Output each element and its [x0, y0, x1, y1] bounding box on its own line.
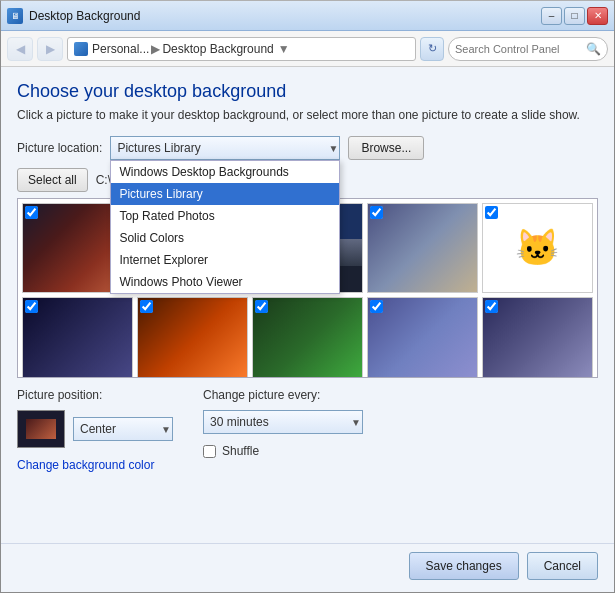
maximize-button[interactable]: □ [564, 7, 585, 25]
title-bar-left: 🖥 Desktop Background [7, 8, 140, 24]
forward-button[interactable]: ▶ [37, 37, 63, 61]
position-select[interactable]: FillFitStretchTileCenter [73, 417, 173, 441]
refresh-button[interactable]: ↻ [420, 37, 444, 61]
picture-checkbox-9[interactable] [485, 300, 498, 313]
picture-checkbox-7[interactable] [255, 300, 268, 313]
browse-button[interactable]: Browse... [348, 136, 424, 160]
dropdown-option-5[interactable]: Windows Photo Viewer [111, 271, 339, 293]
search-box[interactable]: 🔍 [448, 37, 608, 61]
address-path[interactable]: Personal... ▶ Desktop Background ▼ [67, 37, 416, 61]
content-area: Choose your desktop background Click a p… [1, 67, 614, 543]
picture-checkbox-6[interactable] [140, 300, 153, 313]
picture-thumb-4: 🐱 [483, 204, 592, 292]
shuffle-label: Shuffle [222, 444, 259, 458]
interval-group: Change picture every: 10 seconds30 secon… [203, 388, 363, 458]
title-bar-buttons: – □ ✕ [541, 7, 608, 25]
picture-cell-6[interactable] [137, 297, 248, 378]
dropdown-option-2[interactable]: Top Rated Photos [111, 205, 339, 227]
minimize-button[interactable]: – [541, 7, 562, 25]
position-preview-row: FillFitStretchTileCenter ▼ [17, 410, 173, 448]
main-window: 🖥 Desktop Background – □ ✕ ◀ ▶ Personal.… [0, 0, 615, 593]
position-group: Picture position: FillFitStretchTileCent… [17, 388, 173, 472]
bottom-controls: Picture position: FillFitStretchTileCent… [17, 378, 598, 478]
cat-icon: 🐱 [515, 227, 560, 269]
search-icon: 🔍 [586, 42, 601, 56]
position-select-wrapper: FillFitStretchTileCenter ▼ [73, 417, 173, 441]
picture-location-row: Picture location: Windows Desktop Backgr… [17, 136, 598, 160]
picture-checkbox-0[interactable] [25, 206, 38, 219]
path-dropdown-arrow: ▼ [278, 42, 290, 56]
cancel-button[interactable]: Cancel [527, 552, 598, 580]
back-button[interactable]: ◀ [7, 37, 33, 61]
picture-cell-9[interactable] [482, 297, 593, 378]
picture-cell-4[interactable]: 🐱 [482, 203, 593, 293]
interval-select-wrapper: 10 seconds30 seconds1 minute10 minutes30… [203, 410, 363, 434]
position-label: Picture position: [17, 388, 173, 402]
interval-select[interactable]: 10 seconds30 seconds1 minute10 minutes30… [203, 410, 363, 434]
window-icon: 🖥 [7, 8, 23, 24]
picture-thumb-9 [483, 298, 592, 378]
dropdown-option-0[interactable]: Windows Desktop Backgrounds [111, 161, 339, 183]
picture-thumb-8 [368, 298, 477, 378]
shuffle-row: Shuffle [203, 444, 363, 458]
location-dropdown-wrapper: Windows Desktop BackgroundsPictures Libr… [110, 136, 340, 160]
position-preview [17, 410, 65, 448]
picture-location-label: Picture location: [17, 141, 102, 155]
dropdown-option-1[interactable]: Pictures Library [111, 183, 339, 205]
page-title: Choose your desktop background [17, 81, 598, 102]
picture-cell-5[interactable] [22, 297, 133, 378]
picture-checkbox-3[interactable] [370, 206, 383, 219]
picture-thumb-7 [253, 298, 362, 378]
shuffle-checkbox[interactable] [203, 445, 216, 458]
change-bg-color-link[interactable]: Change background color [17, 458, 173, 472]
dropdown-option-3[interactable]: Solid Colors [111, 227, 339, 249]
picture-cell-7[interactable] [252, 297, 363, 378]
breadcrumb-separator: ▶ [151, 42, 160, 56]
breadcrumb-part2: Desktop Background [162, 42, 273, 56]
picture-thumb-5 [23, 298, 132, 378]
dropdown-option-4[interactable]: Internet Explorer [111, 249, 339, 271]
save-button[interactable]: Save changes [409, 552, 519, 580]
footer: Save changes Cancel [1, 543, 614, 592]
title-bar: 🖥 Desktop Background – □ ✕ [1, 1, 614, 31]
picture-checkbox-5[interactable] [25, 300, 38, 313]
interval-label: Change picture every: [203, 388, 363, 402]
picture-cell-3[interactable] [367, 203, 478, 293]
breadcrumb-part1: Personal... [92, 42, 149, 56]
page-subtitle: Click a picture to make it your desktop … [17, 108, 598, 122]
picture-thumb-6 [138, 298, 247, 378]
location-dropdown-menu: Windows Desktop Backgrounds Pictures Lib… [110, 160, 340, 294]
window-title: Desktop Background [29, 9, 140, 23]
select-all-button[interactable]: Select all [17, 168, 88, 192]
picture-checkbox-8[interactable] [370, 300, 383, 313]
picture-cell-8[interactable] [367, 297, 478, 378]
close-button[interactable]: ✕ [587, 7, 608, 25]
picture-checkbox-4[interactable] [485, 206, 498, 219]
picture-thumb-3 [368, 204, 477, 292]
location-select[interactable]: Windows Desktop BackgroundsPictures Libr… [110, 136, 340, 160]
search-input[interactable] [455, 43, 582, 55]
path-icon [74, 42, 88, 56]
address-bar: ◀ ▶ Personal... ▶ Desktop Background ▼ ↻… [1, 31, 614, 67]
position-inner [26, 419, 56, 439]
